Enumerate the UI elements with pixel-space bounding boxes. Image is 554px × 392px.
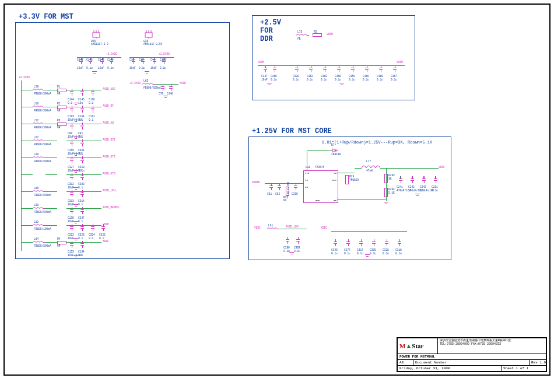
gnd-icon bbox=[73, 170, 78, 174]
cap-ref: C19 bbox=[139, 58, 143, 61]
cap-val: 0.1u bbox=[395, 252, 402, 255]
r-val: NC bbox=[283, 199, 286, 202]
cap-ref: C145 bbox=[78, 98, 85, 101]
r-val: 0R bbox=[57, 92, 60, 95]
ferrite-icon bbox=[33, 241, 45, 244]
fb-val: FB600/500mA bbox=[143, 86, 161, 89]
wire bbox=[280, 229, 307, 229]
tb-date: Friday, October 31, 2008 bbox=[398, 366, 501, 371]
tb-rev-label: Rev bbox=[531, 360, 538, 365]
gnd-icon bbox=[73, 255, 78, 258]
cap-ref: C163 bbox=[68, 115, 74, 118]
d-val: 1N4148 bbox=[331, 153, 341, 156]
fb-ref: L69 bbox=[34, 153, 38, 156]
rup-val: 3K bbox=[388, 177, 391, 180]
cap-ref: C314 bbox=[78, 200, 85, 202]
cap-val: 0.1u bbox=[344, 252, 350, 255]
cap-val: 0.1 bbox=[78, 152, 83, 155]
cap-val: 0.1 bbox=[78, 237, 83, 240]
cap-ref: C155 bbox=[68, 149, 74, 152]
fb-ref: L75 bbox=[297, 30, 302, 33]
fb-ref: L66 bbox=[34, 187, 38, 190]
cap-ref: C161 bbox=[89, 115, 95, 118]
fb-val: FB600/100mA bbox=[34, 228, 51, 230]
cap-ref: C159 bbox=[349, 75, 355, 78]
cap-val: 10uF bbox=[261, 78, 268, 81]
ferrite-icon bbox=[33, 224, 45, 227]
reg-val: AMS1117-2.5V bbox=[143, 43, 162, 46]
cap-ref: C142 bbox=[77, 58, 83, 61]
section-1v25-title: +1.25V FOR MST CORE bbox=[252, 127, 332, 135]
wire bbox=[21, 242, 33, 243]
tb-title: POWER FOR MSTM98L bbox=[398, 354, 546, 359]
gnd-icon bbox=[163, 96, 168, 99]
fb-ref: L60 bbox=[34, 102, 38, 105]
net-vddm-l: VDDM bbox=[258, 61, 264, 64]
cap-val: 10uF bbox=[150, 66, 157, 69]
tb-contacts: TEL:0755-28094900 FAX:0755-28094933 bbox=[440, 342, 544, 346]
cap-ref: C160 bbox=[363, 75, 369, 78]
cap-ref: C277 bbox=[344, 249, 350, 251]
cap-ref: C100 bbox=[160, 58, 166, 61]
cap-ref: C324 bbox=[89, 233, 95, 236]
cap-val: 0.1u bbox=[349, 78, 355, 81]
wire bbox=[45, 90, 57, 90]
cap-ref: C52 bbox=[275, 192, 280, 195]
cap-val: 0.1u bbox=[321, 78, 327, 81]
cap-ref: C169 bbox=[377, 75, 383, 78]
cap-ref: C340 bbox=[331, 249, 338, 251]
net-out: VDDP bbox=[103, 223, 109, 226]
wire bbox=[45, 107, 57, 107]
wire bbox=[21, 225, 33, 226]
cap-ref: C309 bbox=[370, 249, 376, 251]
wire bbox=[45, 174, 57, 175]
title-block: M▲Star 深圳市宝安区龙华街道清湖路口瑞景商务大厦B栋901室 TEL:07… bbox=[397, 337, 547, 372]
cap-ref: C146 bbox=[167, 92, 173, 95]
cap-ref: C323 bbox=[78, 233, 85, 236]
wire bbox=[45, 141, 57, 141]
svg-rect-0 bbox=[93, 33, 100, 37]
cap-val: 0.1 bbox=[78, 186, 83, 189]
cap-ref: C136 bbox=[89, 98, 95, 101]
resistor-icon bbox=[345, 175, 349, 184]
cap-val: 0.1u bbox=[139, 66, 145, 69]
cap-ref: C46 bbox=[150, 58, 155, 61]
section-3v3: +3.3V FOR MST U25 AMS1117-3.3 U36 AMS111… bbox=[19, 13, 73, 21]
tb-docnum: Document Number bbox=[413, 360, 529, 365]
resistor-icon bbox=[384, 174, 388, 183]
fb-ref: L59 bbox=[34, 85, 38, 88]
pin: VIN bbox=[305, 172, 309, 174]
cap-ref: C301 bbox=[78, 149, 85, 152]
wire bbox=[45, 225, 57, 226]
fb-ref: L62 bbox=[34, 220, 38, 223]
l-val: 47uH bbox=[366, 169, 373, 172]
cap-ref: C149 bbox=[107, 58, 114, 61]
cap-val: 0.1u bbox=[377, 78, 383, 81]
cap-val: 0.1u bbox=[107, 66, 114, 69]
ferrite-icon bbox=[142, 83, 155, 86]
cap-ref: C143 bbox=[86, 58, 93, 61]
formula-note: 0.81*(1+Rup/Rdown)=1.25V---Rup=3K, Rdown… bbox=[322, 140, 432, 145]
cap-ref: C313 bbox=[68, 200, 74, 202]
fb-ref: L64 bbox=[34, 237, 38, 240]
wire bbox=[21, 208, 33, 209]
inductor-icon bbox=[362, 164, 380, 169]
cap-ref: C320 bbox=[293, 75, 299, 78]
section-1v25-box bbox=[248, 136, 451, 260]
sot-icon bbox=[143, 30, 154, 38]
cap-ref: C164 bbox=[78, 115, 85, 118]
cap-ref: C291 bbox=[432, 186, 438, 188]
cap-val: 0.1 bbox=[78, 203, 83, 206]
fb-val: FB600/500mA bbox=[34, 211, 51, 214]
wire bbox=[355, 168, 362, 169]
cap-val: 0.1 bbox=[78, 220, 83, 223]
net-out: AVDD_LPLL bbox=[103, 189, 117, 192]
net-pwrin: PWRIN bbox=[252, 181, 260, 184]
net-vddc: VDDC bbox=[439, 166, 445, 169]
cap-ref: C303 bbox=[294, 246, 300, 249]
pin: SS bbox=[305, 179, 308, 181]
svg-rect-5 bbox=[145, 33, 152, 37]
net-out: AVDD_OTG bbox=[103, 172, 115, 175]
cap-ref: C160 bbox=[271, 75, 277, 78]
cap-val: 0.1u bbox=[432, 189, 438, 192]
